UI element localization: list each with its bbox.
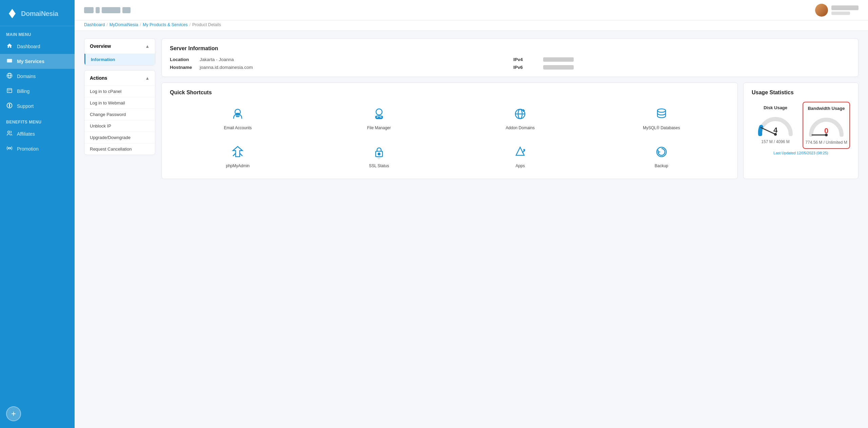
affiliates-icon [6, 130, 13, 138]
location-label: Location [170, 57, 197, 62]
hostname-label: Hostname [170, 65, 197, 70]
main-content: Dashboard / MyDomaiNesia / My Products &… [75, 0, 868, 428]
sidebar-item-my-services[interactable]: My Services [0, 54, 75, 69]
usage-last-updated: Last Updated 12/05/2023 (08:25) [752, 151, 850, 155]
action-request-cancellation[interactable]: Request Cancellation [84, 143, 155, 155]
phpmyadmin-icon [229, 143, 246, 161]
support-icon [6, 102, 13, 110]
shortcut-apps[interactable]: Apps [452, 140, 588, 172]
shortcut-file-manager[interactable]: File Manager [311, 102, 447, 134]
brand-name: DomaiNesia [21, 10, 58, 18]
sidebar-item-label: Support [17, 103, 34, 109]
shortcut-email-accounts[interactable]: Email Accounts [170, 102, 306, 134]
server-info-hostname: Hostname joanna.id.domainesia.com [170, 65, 507, 70]
services-icon [6, 58, 13, 65]
topbar-blurred-4 [122, 7, 131, 13]
ipv4-label: IPv4 [513, 57, 540, 62]
usage-card: Usage Statistics Disk Usage [743, 82, 859, 179]
svg-point-11 [9, 148, 11, 149]
billing-icon [6, 87, 13, 95]
svg-marker-28 [516, 147, 524, 155]
svg-rect-2 [7, 59, 12, 63]
promotion-icon [6, 145, 13, 153]
sidebar-item-promotion[interactable]: Promotion [0, 141, 75, 156]
sidebar-item-label: Billing [17, 89, 29, 94]
bandwidth-label: Bandwidth Usage [808, 106, 845, 111]
addon-domains-icon [511, 105, 529, 123]
shortcut-backup[interactable]: Backup [594, 140, 730, 172]
main-menu-label: Main Menu [0, 26, 75, 39]
actions-accordion: Actions ▲ Log in to cPanel Log in to Web… [84, 70, 155, 155]
sidebar-item-affiliates[interactable]: Affiliates [0, 127, 75, 141]
home-icon [6, 43, 13, 50]
action-login-cpanel[interactable]: Log in to cPanel [84, 85, 155, 97]
brand-logo: DomaiNesia [0, 0, 75, 26]
benefits-menu-label: Benefits Menu [0, 114, 75, 127]
overview-information-item[interactable]: Information [84, 54, 155, 65]
sidebar-item-label: Promotion [17, 146, 39, 152]
bandwidth-gauge: 0 [808, 113, 845, 137]
email-accounts-icon [229, 105, 246, 123]
bandwidth-value: 0 [824, 127, 828, 135]
addon-domains-label: Addon Domains [506, 125, 535, 131]
overview-accordion-header[interactable]: Overview ▲ [84, 39, 155, 54]
server-info-ipv6: IPv6 [513, 65, 850, 70]
email-accounts-label: Email Accounts [224, 125, 252, 131]
bandwidth-usage: Bandwidth Usage 0 [803, 102, 850, 149]
breadcrumb-dashboard[interactable]: Dashboard [84, 22, 105, 27]
svg-text:ⓘ: ⓘ [378, 157, 380, 159]
usage-grid: Disk Usage [752, 102, 850, 149]
shortcuts-title: Quick Shortcuts [170, 90, 729, 96]
actions-accordion-header[interactable]: Actions ▲ [84, 71, 155, 85]
topbar-blurred-2 [96, 7, 100, 13]
add-button[interactable]: + [6, 406, 21, 421]
logo-icon [6, 7, 18, 20]
svg-point-23 [657, 109, 666, 112]
sidebar-item-label: Dashboard [17, 44, 40, 49]
overview-title: Overview [90, 43, 111, 49]
breadcrumb-my-products[interactable]: My Products & Services [143, 22, 188, 27]
user-name-blurred [831, 5, 859, 10]
topbar-blurred-3 [102, 7, 120, 13]
action-login-webmail[interactable]: Log in to Webmail [84, 97, 155, 109]
usage-title: Usage Statistics [752, 90, 850, 96]
breadcrumb-sep-3: / [190, 22, 191, 27]
breadcrumb-mydomainesia[interactable]: MyDomaiNesia [110, 22, 138, 27]
sidebar-item-support[interactable]: Support [0, 99, 75, 114]
sidebar-item-billing[interactable]: Billing [0, 84, 75, 99]
sidebar-item-domains[interactable]: Domains [0, 69, 75, 84]
ipv4-value-blurred [543, 57, 574, 62]
breadcrumb-sep-1: / [106, 22, 107, 27]
shortcuts-card: Quick Shortcuts [161, 82, 738, 179]
action-upgrade-downgrade[interactable]: Upgrade/Downgrade [84, 132, 155, 143]
bottom-row: Quick Shortcuts [161, 82, 859, 179]
backup-icon [653, 143, 670, 161]
shortcut-phpmyadmin[interactable]: phpMyAdmin [170, 140, 306, 172]
shortcut-mysql-databases[interactable]: MySQL® Databases [594, 102, 730, 134]
ssl-status-label: SSL Status [369, 163, 389, 169]
svg-point-10 [8, 131, 10, 133]
action-unblock-ip[interactable]: Unblock IP [84, 120, 155, 132]
mysql-databases-label: MySQL® Databases [643, 125, 680, 131]
disk-usage: Disk Usage [752, 102, 799, 149]
ipv6-label: IPv6 [513, 65, 540, 70]
disk-label: Disk Usage [764, 105, 787, 110]
action-change-password[interactable]: Change Password [84, 109, 155, 120]
shortcut-addon-domains[interactable]: Addon Domains [452, 102, 588, 134]
sidebar-item-label: My Services [17, 59, 44, 64]
svg-rect-6 [7, 89, 12, 93]
topbar [75, 0, 868, 20]
sidebar: DomaiNesia Main Menu Dashboard My Servic… [0, 0, 75, 428]
shortcuts-grid: Email Accounts [170, 102, 729, 172]
server-info-location: Location Jakarta - Joanna [170, 57, 507, 62]
apps-icon [511, 143, 529, 161]
sidebar-item-label: Domains [17, 74, 36, 79]
breadcrumb-current: Product Details [192, 22, 221, 27]
sidebar-item-dashboard[interactable]: Dashboard [0, 39, 75, 54]
svg-point-15 [376, 109, 382, 115]
globe-icon [6, 73, 13, 80]
backup-label: Backup [655, 163, 668, 169]
apps-label: Apps [516, 163, 525, 169]
shortcut-ssl-status[interactable]: ⓘ SSL Status [311, 140, 447, 172]
actions-title: Actions [90, 75, 107, 81]
